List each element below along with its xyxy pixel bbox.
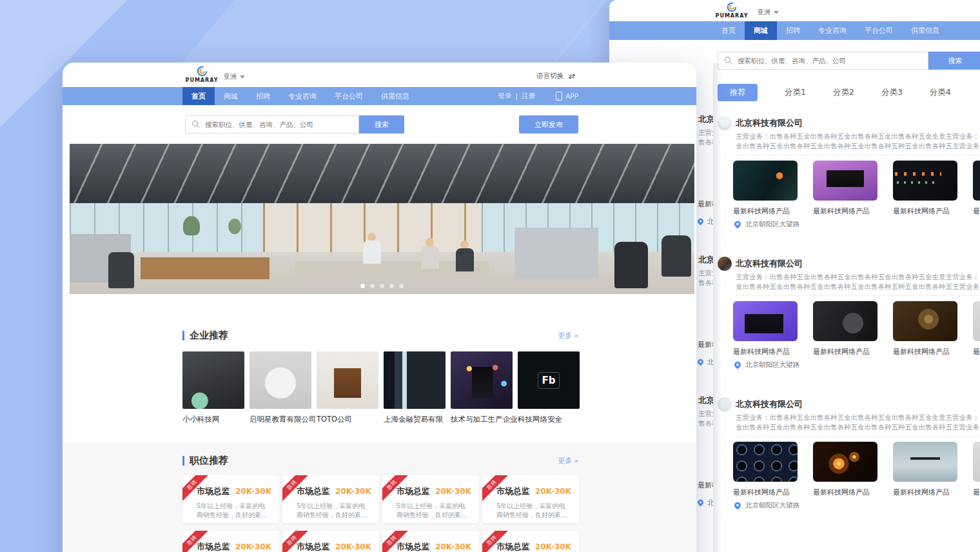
region-label: 亚洲 xyxy=(758,8,770,17)
job-card[interactable]: 急聘市场总监20K-30K5年以上经验，丰富的电商销售经验，良好的素养... xyxy=(382,531,479,552)
product-row: 最新科技网络产品 最新科技网络产品 最新科技网络产品 最新科技网络产品 xyxy=(733,442,980,497)
company-image[interactable] xyxy=(384,351,446,409)
job-card[interactable]: 急聘市场总监20K-30K5年以上经验，丰富的电商销售经验，良好的素养... xyxy=(382,475,479,523)
nav-item-home[interactable]: 首页 xyxy=(182,87,215,105)
product-image[interactable] xyxy=(813,301,877,341)
company-card[interactable]: Fb科技网络安全 xyxy=(518,351,580,424)
company-image[interactable] xyxy=(182,351,244,409)
company-image[interactable] xyxy=(317,351,378,409)
window-edge-shadow xyxy=(713,63,721,552)
product-image[interactable] xyxy=(813,442,877,482)
more-link[interactable]: 更多» xyxy=(558,331,578,340)
company-name[interactable]: 北京科技有限公司 xyxy=(736,399,803,410)
company-image[interactable]: Fb xyxy=(518,351,580,409)
product-image[interactable] xyxy=(893,161,957,201)
hero-carousel-image[interactable] xyxy=(70,144,694,294)
nav-item-jobs[interactable]: 招聘 xyxy=(247,87,279,105)
tab-category-2[interactable]: 分类2 xyxy=(833,87,854,98)
language-switch[interactable]: 语言切换 xyxy=(536,72,576,81)
product-image[interactable] xyxy=(893,301,957,341)
carousel-dot[interactable] xyxy=(370,284,375,288)
job-card[interactable]: 急聘市场总监20K-30K5年以上经验，丰富的电商销售经验，良好的素养... xyxy=(182,475,279,523)
product-card[interactable]: 最新科技网络产品 xyxy=(733,301,798,357)
product-card[interactable]: 最新科技网络产品 xyxy=(733,161,798,216)
nav-item-mall[interactable]: 商城 xyxy=(745,21,777,40)
region-dropdown[interactable]: 亚洲 xyxy=(224,72,245,81)
carousel-dot[interactable] xyxy=(389,284,394,288)
company-name[interactable]: 北京科技有限公司 xyxy=(736,117,803,129)
search-button[interactable]: 搜索 xyxy=(928,52,980,70)
company-image[interactable] xyxy=(250,351,311,409)
nav-item-companies[interactable]: 平台公司 xyxy=(856,21,902,40)
product-label-fragment: 最新科技网络产品 xyxy=(698,480,713,490)
company-name[interactable]: 北京科技有限公司 xyxy=(736,258,803,270)
job-card[interactable]: 急聘市场总监20K-30K5年以上经验，丰富的电商销售经验，良好的素养... xyxy=(482,475,579,523)
search-button[interactable]: 搜索 xyxy=(359,115,404,133)
carousel-dot[interactable] xyxy=(380,284,384,288)
tab-category-4[interactable]: 分类4 xyxy=(930,87,951,98)
product-card[interactable]: 最新科技网络产品 xyxy=(973,301,980,357)
product-image[interactable] xyxy=(973,161,980,201)
company-card[interactable]: 上海金融贸易有限 xyxy=(384,351,446,424)
job-title: 市场总监 xyxy=(397,541,430,552)
nav-item-consulting[interactable]: 专业咨询 xyxy=(279,87,326,105)
product-card[interactable]: 最新科技网络产品 xyxy=(813,161,877,216)
product-image[interactable] xyxy=(733,301,798,341)
company-card[interactable]: 启明星教育有限公司 xyxy=(250,351,311,424)
tab-recommend[interactable]: 推荐 xyxy=(718,84,758,101)
company-card[interactable]: 小小科技网 xyxy=(182,351,244,424)
nav-item-jobs[interactable]: 招聘 xyxy=(777,21,809,40)
company-card-name: 科技网络安全 xyxy=(518,415,580,424)
company-image[interactable] xyxy=(451,351,513,409)
company-name-fragment: 北京科技有限公司 xyxy=(698,255,713,266)
nav-item-home[interactable]: 首页 xyxy=(712,21,745,40)
job-card[interactable]: 急聘市场总监20K-30K5年以上经验，丰富的电商销售经验，良好的素养... xyxy=(482,531,579,552)
job-card[interactable]: 急聘市场总监20K-30K5年以上经验，丰富的电商销售经验，良好的素养... xyxy=(182,531,279,552)
job-salary: 20K-30K xyxy=(435,487,471,496)
nav-item-supply[interactable]: 供需信息 xyxy=(372,87,418,105)
carousel-dot[interactable] xyxy=(360,284,365,288)
region-dropdown[interactable]: 亚洲 xyxy=(758,8,779,17)
product-image[interactable] xyxy=(973,442,980,482)
pumaray-logo[interactable]: PUMARAY xyxy=(712,2,751,19)
product-card[interactable]: 最新科技网络产品 xyxy=(973,442,980,497)
more-link[interactable]: 更多» xyxy=(558,456,578,466)
company-card[interactable]: 技术与加工生产企业 xyxy=(451,351,513,424)
job-card[interactable]: 急聘市场总监20K-30K5年以上经验，丰富的电商销售经验，良好的素养... xyxy=(282,475,379,523)
job-title: 市场总监 xyxy=(297,486,330,497)
product-image[interactable] xyxy=(733,161,798,201)
product-card[interactable]: 最新科技网络产品 xyxy=(813,442,877,497)
double-arrow-icon: » xyxy=(574,457,578,465)
double-arrow-icon: » xyxy=(574,331,578,340)
location-text: 北京朝阳区大望路 xyxy=(745,501,799,510)
product-card[interactable]: 最新科技网络产品 xyxy=(893,442,957,497)
register-link[interactable]: 注册 xyxy=(522,92,535,101)
app-link[interactable]: APP xyxy=(556,92,578,101)
login-link[interactable]: 登录 xyxy=(498,92,512,101)
search-input[interactable] xyxy=(186,120,358,129)
nav-item-companies[interactable]: 平台公司 xyxy=(326,87,372,105)
job-title: 市场总监 xyxy=(297,541,330,552)
nav-item-supply[interactable]: 供需信息 xyxy=(902,21,948,40)
product-image[interactable] xyxy=(813,161,877,201)
job-card[interactable]: 急聘市场总监20K-30K5年以上经验，丰富的电商销售经验，良好的素养... xyxy=(282,531,379,552)
publish-button[interactable]: 立即发布 xyxy=(519,115,578,133)
tab-category-3[interactable]: 分类3 xyxy=(881,87,903,98)
nav-item-mall[interactable]: 商城 xyxy=(215,87,247,105)
search-input[interactable] xyxy=(718,56,928,65)
nav-item-consulting[interactable]: 专业咨询 xyxy=(809,21,856,40)
tab-category-1[interactable]: 分类1 xyxy=(785,87,806,98)
pumaray-logo[interactable]: PUMARAY xyxy=(182,66,221,83)
pumaray-logo-icon xyxy=(197,66,208,77)
product-card[interactable]: 最新科技网络产品 xyxy=(733,442,798,497)
product-image[interactable] xyxy=(973,301,980,341)
product-image[interactable] xyxy=(893,442,957,482)
brand-name: PUMARAY xyxy=(712,13,751,19)
product-card[interactable]: 最新科技网络产品 xyxy=(813,301,877,357)
product-card[interactable]: 最新科技网络产品 xyxy=(893,301,957,357)
carousel-dot[interactable] xyxy=(399,284,404,288)
product-card[interactable]: 最新科技网络产品 xyxy=(893,161,957,216)
company-card[interactable]: TOTO公司 xyxy=(317,351,378,424)
product-image[interactable] xyxy=(733,442,798,482)
product-card[interactable]: 最新科技网络产品 xyxy=(973,161,980,216)
